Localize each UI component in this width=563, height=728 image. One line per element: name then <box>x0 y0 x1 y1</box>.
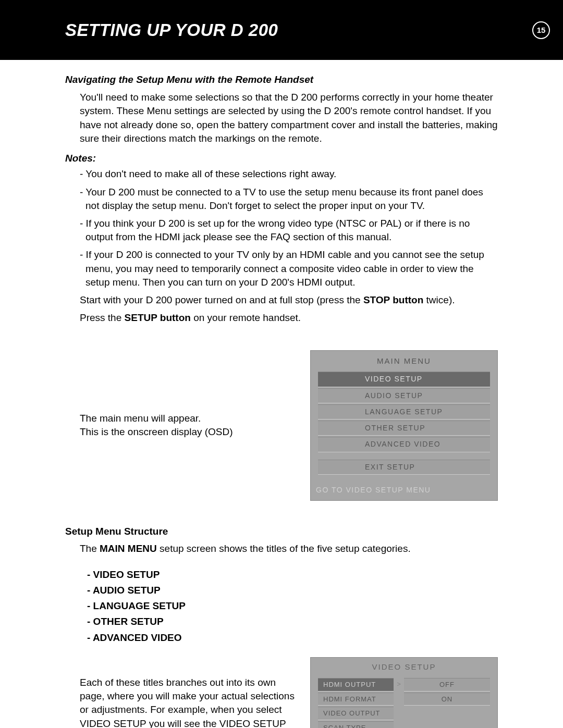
osd-row-scan-type: SCAN TYPE <box>318 721 490 728</box>
text-line: The main menu will appear. <box>80 412 295 425</box>
text: The <box>80 543 100 554</box>
osd-item-advanced-video: ADVANCED VIDEO <box>318 437 490 452</box>
category-item: - OTHER SETUP <box>87 615 498 628</box>
structure-heading: Setup Menu Structure <box>65 525 498 538</box>
spacer <box>394 693 404 706</box>
osd-value: ON <box>404 693 490 706</box>
page-content: Navigating the Setup Menu with the Remot… <box>0 60 563 728</box>
osd-value: OFF <box>404 678 490 692</box>
main-menu-osd: MAIN MENU VIDEO SETUP AUDIO SETUP LANGUA… <box>310 350 498 501</box>
section-heading: Navigating the Setup Menu with the Remot… <box>65 73 498 87</box>
structure-intro: The MAIN MENU setup screen shows the tit… <box>80 542 498 556</box>
page-title: SETTING UP YOUR D 200 <box>65 20 278 40</box>
osd-intro-text: The main menu will appear. This is the o… <box>80 412 295 439</box>
osd-title: MAIN MENU <box>311 356 497 367</box>
osd-row: The main menu will appear. This is the o… <box>65 350 498 501</box>
osd-label: HDMI FORMAT <box>318 693 394 706</box>
start-paragraph: Start with your D 200 power turned on an… <box>80 293 498 307</box>
category-item: - VIDEO SETUP <box>87 568 498 582</box>
osd-row-hdmi-output: HDMI OUTPUT > OFF <box>318 678 490 692</box>
text-line: This is the onscreen display (OSD) <box>80 425 295 439</box>
text: Press the <box>80 312 125 323</box>
osd-label: HDMI OUTPUT <box>318 678 394 692</box>
osd-item-language-setup: LANGUAGE SETUP <box>318 404 490 419</box>
video-setup-osd: VIDEO SETUP HDMI OUTPUT > OFF HDMI FORMA… <box>310 657 498 728</box>
note-item: - Your D 200 must be connected to a TV t… <box>80 186 498 213</box>
category-item: - ADVANCED VIDEO <box>87 631 498 645</box>
intro-paragraph: You'll need to make some selections so t… <box>80 91 498 145</box>
category-item: - AUDIO SETUP <box>87 584 498 597</box>
osd-row-hdmi-format: HDMI FORMAT ON <box>318 693 490 706</box>
osd-item-audio-setup: AUDIO SETUP <box>318 388 490 403</box>
setup-categories-list: - VIDEO SETUP - AUDIO SETUP - LANGUAGE S… <box>87 568 498 645</box>
osd-value <box>404 721 490 728</box>
note-item: - If you think your D 200 is set up for … <box>80 217 498 244</box>
note-item: - You don't need to make all of these se… <box>80 167 498 181</box>
page-number-badge: 15 <box>532 21 550 39</box>
setup-button-label: SETUP button <box>125 312 191 323</box>
osd-title: VIDEO SETUP <box>311 662 497 673</box>
video-setup-row: Each of these titles branches out into i… <box>65 657 498 728</box>
spacer <box>394 707 404 720</box>
text: twice). <box>423 294 455 305</box>
osd-item-other-setup: OTHER SETUP <box>318 421 490 436</box>
osd-item-exit: EXIT SETUP <box>318 460 490 475</box>
text: Start with your D 200 power turned on an… <box>80 294 363 305</box>
osd-row-video-output: VIDEO OUTPUT <box>318 707 490 720</box>
osd-footer: GO TO VIDEO SETUP MENU <box>311 476 497 497</box>
stop-button-label: STOP button <box>363 294 423 305</box>
main-menu-bold: MAIN MENU <box>100 543 157 554</box>
chevron-right-icon: > <box>394 678 404 692</box>
category-item: - LANGUAGE SETUP <box>87 599 498 613</box>
osd-label: VIDEO OUTPUT <box>318 707 394 720</box>
header-band: SETTING UP YOUR D 200 15 <box>0 0 563 60</box>
branches-paragraph: Each of these titles branches out into i… <box>80 657 295 728</box>
press-paragraph: Press the SETUP button on your remote ha… <box>80 311 498 325</box>
text: setup screen shows the titles of the fiv… <box>157 543 411 554</box>
osd-item-video-setup: VIDEO SETUP <box>318 372 490 387</box>
spacer <box>394 721 404 728</box>
text: on your remote handset. <box>191 312 301 323</box>
note-item: - If your D 200 is connected to your TV … <box>80 248 498 289</box>
notes-label: Notes: <box>65 152 498 165</box>
osd-label: SCAN TYPE <box>318 721 394 728</box>
osd-value <box>404 707 490 720</box>
